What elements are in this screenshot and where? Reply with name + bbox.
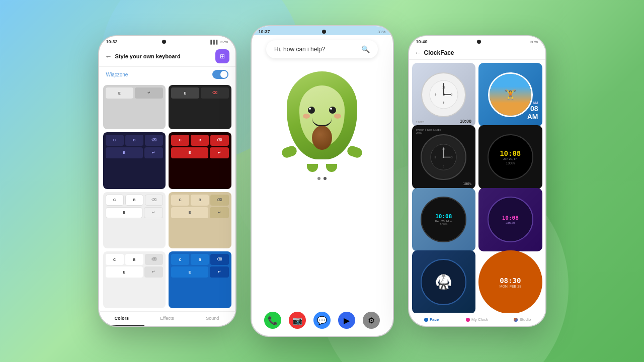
search-icon: 🔍 — [361, 45, 370, 53]
theme-blue[interactable]: C B ⌫ E ↵ — [169, 251, 231, 308]
dock-settings[interactable]: ⚙ — [363, 312, 380, 329]
theme-light-gray[interactable]: E ↵ — [103, 85, 166, 129]
dock-phone[interactable]: 📞 — [264, 312, 281, 329]
arm-right — [346, 144, 363, 159]
phone3-tabs: Face My Clock Studio — [409, 313, 545, 326]
keyboard-themes-grid: E ↵ E ⌫ C B ⌫ E ↵ — [99, 82, 235, 311]
foot-right — [326, 164, 337, 172]
phone3-title: ClockFace — [424, 49, 454, 56]
tab-face[interactable]: Face — [409, 313, 454, 326]
clock-face-avatar[interactable]: 🏋️ AM 08 AM — [478, 63, 542, 127]
phone3-time: 10:40 — [416, 39, 428, 44]
phone2-content: Hi, how can i help? 🔍 — [252, 35, 393, 305]
clock-face-purple-cat[interactable]: 10:08 Jan 20 — [478, 188, 542, 252]
key-c: C — [106, 135, 124, 146]
avocado-arms — [282, 137, 362, 157]
cf5-time: 10:08 — [435, 213, 452, 220]
phone-assistant: 10:37 31% Hi, how can i help? 🔍 — [251, 25, 394, 337]
key-e: E — [171, 207, 208, 218]
key-c: C — [106, 195, 124, 206]
dock-camera[interactable]: 📷 — [289, 312, 306, 329]
key-b: B — [125, 135, 143, 146]
phone-clockface: 10:40 30% ← ClockFace 12 3 — [408, 35, 546, 327]
cf6-time: 10:08 — [502, 215, 519, 221]
phone-keyboard: 10:32 ▌▌▌ 32% ← Style your own keyboard … — [98, 35, 236, 327]
phone3-status-bar: 10:40 30% — [409, 36, 545, 45]
cf2-inner: 🏋️ — [488, 72, 533, 117]
theme-clean[interactable]: C B ⌫ E ↵ — [103, 251, 166, 308]
theme-white[interactable]: C B ⌫ E ↵ — [103, 192, 166, 249]
toggle-switch[interactable] — [212, 70, 228, 79]
avocado-character — [277, 71, 367, 172]
phone1-icons: ▌▌▌ 32% — [210, 40, 228, 44]
key-b: B — [125, 254, 143, 265]
key-del: ⌫ — [210, 195, 228, 206]
phone3-camera — [477, 40, 481, 44]
theme-navy[interactable]: C B ⌫ E ↵ — [103, 132, 166, 189]
cf7-logo: 🥋 — [435, 274, 452, 290]
tab-myclock[interactable]: My Clock — [454, 313, 500, 326]
chat-bubble: Hi, how can i help? 🔍 — [266, 40, 378, 58]
key-c: C — [171, 254, 189, 265]
key-c: C — [106, 254, 124, 265]
key-e: E — [106, 266, 143, 278]
dot-1 — [317, 177, 320, 180]
key-del: ⌫ — [210, 254, 228, 265]
toggle-label: Włączone — [106, 72, 128, 77]
cf3-inner: 12 3 6 9 — [421, 134, 466, 180]
clock-face-analog-dark[interactable]: 12 3 6 9 Watch Face Studio 3457 100% — [412, 125, 476, 189]
theme-red[interactable]: C B ⌫ E ↵ — [169, 132, 231, 189]
svg-text:9: 9 — [435, 156, 436, 159]
phone3-header: ← ClockFace — [409, 45, 545, 60]
clock-face-neon[interactable]: 10:08 Jan 20, Fri 100% — [478, 125, 542, 189]
cf1-inner: 12 3 6 9 — [421, 72, 466, 117]
tab-effects[interactable]: Effects — [144, 312, 190, 326]
clock-face-blue-cat[interactable]: 10:08 Feb 28, Mon 100% — [412, 188, 476, 252]
key-enter: ↵ — [144, 207, 163, 218]
key-b: B — [125, 195, 143, 206]
key-b: B — [191, 254, 209, 265]
key-enter: ↵ — [144, 266, 163, 278]
theme-beige[interactable]: C B ⌫ E ↵ — [169, 192, 231, 249]
cf6-inner: 10:08 Jan 20 — [488, 197, 533, 242]
tab-dot-myclock — [466, 318, 470, 322]
key-b: B — [191, 195, 209, 206]
phones-container: 10:32 ▌▌▌ 32% ← Style your own keyboard … — [98, 25, 546, 337]
clock-face-orange[interactable]: 08:30 MON, FEB 28 — [478, 250, 542, 313]
dock-chat[interactable]: 💬 — [313, 312, 331, 329]
key-e: E — [171, 87, 199, 99]
phone2-status-bar: 10:37 31% — [252, 26, 393, 35]
svg-text:12: 12 — [442, 86, 445, 89]
grid-icon[interactable]: ⊞ — [215, 49, 229, 63]
foot-left — [307, 164, 318, 172]
page-dots — [317, 177, 327, 180]
dock-arrow[interactable]: ▶ — [338, 312, 355, 329]
dot-2 — [324, 177, 327, 180]
theme-dark[interactable]: E ⌫ — [169, 85, 231, 129]
phone1-header: ← Style your own keyboard ⊞ — [99, 45, 235, 67]
arm-left — [280, 144, 298, 159]
phone1-status-bar: 10:32 ▌▌▌ 32% — [99, 36, 235, 45]
cf8-time: 08:30 — [500, 277, 521, 285]
avocado-feet — [307, 164, 337, 172]
cf4-inner: 10:08 Jan 20, Fri 100% — [488, 134, 533, 180]
phone1-toggle-row: Włączone — [99, 67, 235, 82]
tab-studio[interactable]: Studio — [500, 313, 545, 326]
phone2-time: 10:37 — [259, 29, 270, 34]
tab-dot-face — [424, 318, 428, 322]
key-e: E — [171, 147, 208, 158]
tab-sound[interactable]: Sound — [190, 312, 235, 326]
phone1-time: 10:32 — [106, 39, 118, 44]
key-e: E — [106, 207, 143, 218]
back-icon[interactable]: ← — [105, 52, 112, 60]
svg-text:3: 3 — [451, 156, 453, 159]
tab-colors[interactable]: Colors — [99, 312, 144, 326]
phone2-icons: 31% — [377, 30, 385, 34]
svg-text:3: 3 — [451, 93, 452, 96]
clock-face-martial[interactable]: 🥋 — [412, 250, 476, 313]
cf6-date: Jan 20 — [506, 221, 515, 224]
clock-face-analog-white[interactable]: 12 3 6 9 10:08 17028 — [412, 63, 476, 127]
back-icon[interactable]: ← — [415, 49, 421, 56]
cf7-inner: 🥋 — [421, 259, 466, 305]
key-b: B — [191, 135, 209, 146]
